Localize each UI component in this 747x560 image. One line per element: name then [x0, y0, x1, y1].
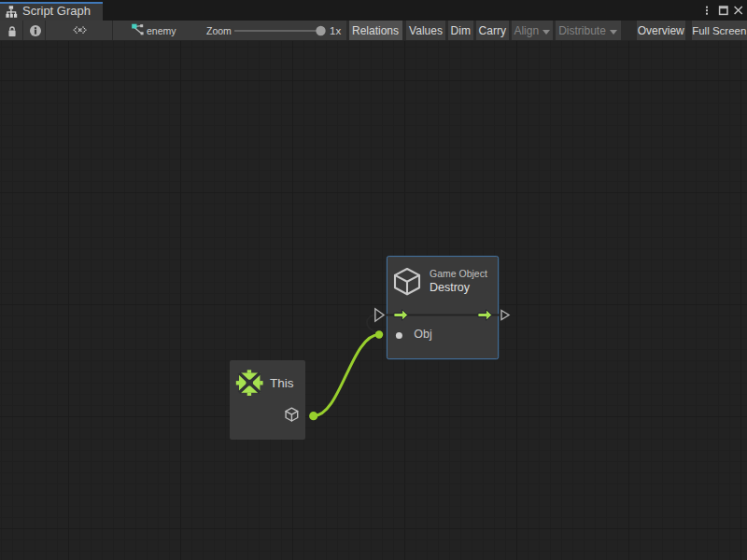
svg-text:Game Object: Game Object	[430, 268, 487, 279]
svg-text:This: This	[270, 376, 294, 390]
svg-text:Obj: Obj	[414, 328, 431, 341]
svg-text:Destroy: Destroy	[430, 281, 471, 294]
